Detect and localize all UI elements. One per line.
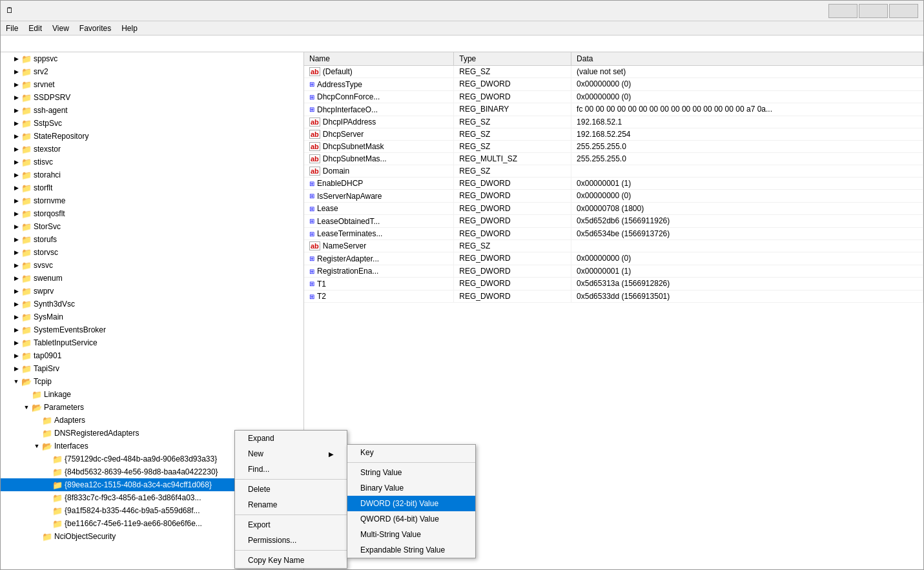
table-row[interactable]: ⊞ IsServerNapAware REG_DWORD 0x00000000 …: [304, 190, 923, 203]
expand-icon[interactable]: ▶: [11, 234, 21, 245]
expand-spacer: [32, 415, 42, 425]
menu-help[interactable]: Help: [116, 21, 143, 35]
expand-icon[interactable]: ▶: [11, 247, 21, 258]
expand-icon[interactable]: ▶: [11, 92, 21, 103]
tree-item-storflt[interactable]: ▶📁storflt: [1, 181, 303, 194]
tree-item-guid2[interactable]: 📁{84bd5632-8639-4e56-98d8-baa4a0422230}: [1, 465, 303, 478]
expand-spacer: [42, 480, 52, 490]
folder-icon: 📁: [21, 234, 32, 245]
expand-icon[interactable]: ▶: [11, 260, 21, 270]
table-row[interactable]: ⊞ RegistrationEna... REG_DWORD 0x0000000…: [304, 265, 923, 278]
expand-icon[interactable]: ▶: [11, 338, 21, 348]
tree-item-StateRepository[interactable]: ▶📁StateRepository: [1, 130, 303, 143]
expand-icon[interactable]: ▶: [11, 221, 21, 232]
tree-item-storqosflt[interactable]: ▶📁storqosflt: [1, 207, 303, 220]
tree-item-StorSvc[interactable]: ▶📁StorSvc: [1, 220, 303, 233]
table-row[interactable]: ⊞ T2 REG_DWORD 0x5d6533dd (1566913501): [304, 290, 923, 303]
expand-icon[interactable]: ▶: [11, 131, 21, 141]
tree-item-Synth3dVsc[interactable]: ▶📁Synth3dVsc: [1, 298, 303, 310]
expand-icon[interactable]: ▶: [11, 144, 21, 154]
tree-item-sppsvc[interactable]: ▶📁sppsvc: [1, 52, 303, 65]
expand-icon[interactable]: ▶: [11, 79, 21, 90]
expand-icon[interactable]: ▼: [11, 376, 21, 387]
tree-item-Linkage[interactable]: 📁Linkage: [1, 388, 303, 401]
tree-item-DNSRegisteredAdapters[interactable]: 📁DNSRegisteredAdapters: [1, 427, 303, 440]
expand-icon[interactable]: ▶: [11, 351, 21, 361]
tree-item-TabletInputService[interactable]: ▶📁TabletInputService: [1, 336, 303, 349]
tree-item-ssh-agent[interactable]: ▶📁ssh-agent: [1, 104, 303, 117]
tree-item-TapiSrv[interactable]: ▶📁TapiSrv: [1, 362, 303, 375]
table-row[interactable]: ⊞ Lease REG_DWORD 0x00000708 (1800): [304, 202, 923, 215]
close-button[interactable]: [889, 4, 918, 18]
tree-item-Interfaces[interactable]: ▼📂Interfaces: [1, 440, 303, 453]
expand-icon[interactable]: ▶: [11, 286, 21, 296]
table-row[interactable]: ⊞ LeaseTerminates... REG_DWORD 0x5d6534b…: [304, 227, 923, 240]
tree-item-Tcpip[interactable]: ▼📂Tcpip: [1, 375, 303, 388]
tree-item-srv2[interactable]: ▶📁srv2: [1, 65, 303, 78]
tree-item-NciObjectSecurity[interactable]: 📁NciObjectSecurity: [1, 530, 303, 543]
menu-view[interactable]: View: [47, 21, 74, 35]
expand-icon[interactable]: ▶: [11, 105, 21, 116]
tree-item-srvnet[interactable]: ▶📁srvnet: [1, 78, 303, 91]
expand-icon[interactable]: ▶: [11, 54, 21, 64]
menu-file[interactable]: File: [1, 21, 23, 35]
expand-icon[interactable]: ▼: [32, 441, 42, 451]
expand-icon[interactable]: ▼: [21, 402, 32, 412]
expand-icon[interactable]: ▶: [11, 170, 21, 180]
table-row[interactable]: ab DhcpSubnetMas... REG_MULTI_SZ 255.255…: [304, 152, 923, 165]
tree-item-storahci[interactable]: ▶📁storahci: [1, 168, 303, 181]
expand-icon[interactable]: ▶: [11, 196, 21, 206]
tree-item-svsvc[interactable]: ▶📁svsvc: [1, 259, 303, 272]
table-row[interactable]: ⊞ DhcpInterfaceO... REG_BINARY fc 00 00 …: [304, 103, 923, 116]
expand-icon[interactable]: ▶: [11, 66, 21, 77]
table-row[interactable]: ⊞ LeaseObtainedT... REG_DWORD 0x5d652db6…: [304, 215, 923, 228]
tree-item-Parameters[interactable]: ▼📂Parameters: [1, 401, 303, 414]
tree-item-stisvc[interactable]: ▶📁stisvc: [1, 156, 303, 168]
tree-item-stexstor[interactable]: ▶📁stexstor: [1, 143, 303, 156]
expand-icon[interactable]: ▶: [11, 299, 21, 309]
tree-item-SstpSvc[interactable]: ▶📁SstpSvc: [1, 117, 303, 130]
tree-item-storvsc[interactable]: ▶📁storvsc: [1, 246, 303, 259]
expand-icon[interactable]: ▶: [11, 312, 21, 322]
expand-icon[interactable]: ▶: [11, 363, 21, 374]
table-row[interactable]: ⊞ T1 REG_DWORD 0x5d65313a (1566912826): [304, 278, 923, 290]
expand-icon[interactable]: ▶: [11, 325, 21, 335]
maximize-button[interactable]: [859, 4, 888, 18]
table-row[interactable]: ab DhcpSubnetMask REG_SZ 255.255.255.0: [304, 140, 923, 152]
tree-item-swprv[interactable]: ▶📁swprv: [1, 285, 303, 298]
tree-item-swenum[interactable]: ▶📁swenum: [1, 272, 303, 285]
cell-data: fc 00 00 00 00 00 00 00 00 00 00 00 00 0…: [571, 103, 923, 116]
tree-item-stornvme[interactable]: ▶📁stornvme: [1, 194, 303, 207]
table-row[interactable]: ab DhcpIPAddress REG_SZ 192.168.52.1: [304, 116, 923, 128]
tree-item-Adapters[interactable]: 📁Adapters: [1, 414, 303, 427]
tree-item-tap0901[interactable]: ▶📁tap0901: [1, 349, 303, 362]
tree-item-guid5[interactable]: 📁{9a1f5824-b335-446c-b9a5-a559d68f...: [1, 504, 303, 517]
minimize-button[interactable]: [828, 4, 857, 18]
tree-item-SystemEventsBroker[interactable]: ▶📁SystemEventsBroker: [1, 323, 303, 336]
table-row[interactable]: ⊞ RegisterAdapter... REG_DWORD 0x0000000…: [304, 252, 923, 265]
menu-favorites[interactable]: Favorites: [74, 21, 116, 35]
folder-icon: 📁: [42, 531, 52, 542]
table-row[interactable]: ⊞ AddressType REG_DWORD 0x00000000 (0): [304, 78, 923, 91]
expand-icon[interactable]: ▶: [11, 209, 21, 219]
table-row[interactable]: ab NameServer REG_SZ: [304, 240, 923, 252]
table-row[interactable]: ⊞ EnableDHCP REG_DWORD 0x00000001 (1): [304, 177, 923, 190]
table-row[interactable]: ab Domain REG_SZ: [304, 165, 923, 177]
tree-item-SSDPSRV[interactable]: ▶📁SSDPSRV: [1, 91, 303, 104]
tree-item-guid1[interactable]: 📁{759129dc-c9ed-484b-aa9d-906e83d93a33}: [1, 453, 303, 465]
tree-item-storufs[interactable]: ▶📁storufs: [1, 233, 303, 246]
expand-icon[interactable]: ▶: [11, 157, 21, 167]
table-row[interactable]: ab DhcpServer REG_SZ 192.168.52.254: [304, 128, 923, 140]
expand-icon[interactable]: ▶: [11, 273, 21, 283]
tree-item-SysMain[interactable]: ▶📁SysMain: [1, 310, 303, 323]
menu-edit[interactable]: Edit: [23, 21, 47, 35]
cell-type: REG_SZ: [454, 116, 571, 128]
tree-item-guid4[interactable]: 📁{8f833c7c-f9c3-4856-a1e6-3d86f4a03...: [1, 491, 303, 504]
expand-icon[interactable]: ▶: [11, 118, 21, 128]
tree-item-guid3[interactable]: 📁{89eea12c-1515-408d-a3c4-ac94cff1d068}: [1, 478, 303, 491]
table-row[interactable]: ab (Default) REG_SZ (value not set): [304, 66, 923, 78]
cell-data: 0x5d652db6 (1566911926): [571, 215, 923, 228]
tree-item-guid6[interactable]: 📁{be1166c7-45e6-11e9-ae66-806e6f6e...: [1, 517, 303, 530]
expand-icon[interactable]: ▶: [11, 183, 21, 193]
table-row[interactable]: ⊞ DhcpConnForce... REG_DWORD 0x00000000 …: [304, 90, 923, 103]
